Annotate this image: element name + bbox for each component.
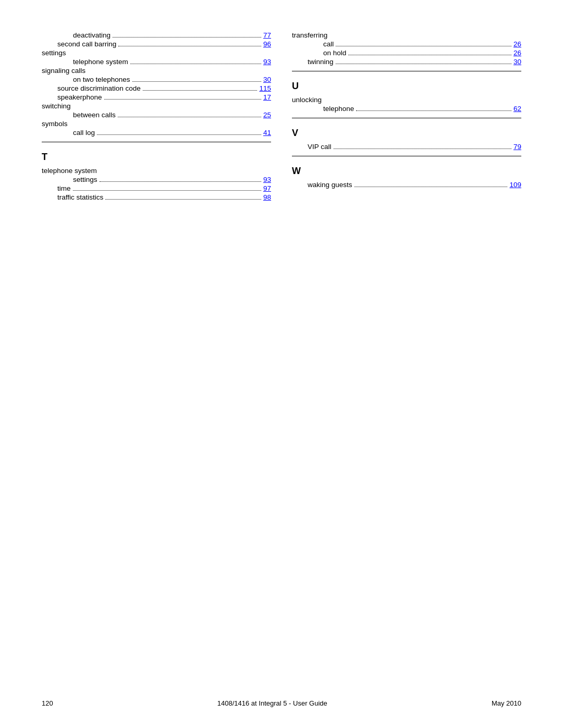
- list-item: speakerphone17: [57, 93, 271, 101]
- entry-label: between calls: [73, 111, 116, 119]
- list-item: telephone system: [42, 167, 271, 175]
- list-item: waking guests109: [308, 181, 521, 189]
- section-header: V: [292, 128, 521, 139]
- footer-title: 1408/1416 at Integral 5 - User Guide: [217, 699, 327, 707]
- entry-label: VIP call: [308, 143, 332, 151]
- footer-page-number: 120: [42, 699, 53, 707]
- list-item: settings93: [73, 176, 271, 183]
- entry-label: source discrimination code: [57, 84, 141, 92]
- entry-label: transferring: [292, 31, 327, 39]
- entry-dots: [354, 187, 508, 187]
- list-item: settings: [42, 49, 271, 57]
- list-item: switching: [42, 102, 271, 110]
- entry-dots: [336, 64, 511, 64]
- entry-dots: [113, 37, 261, 38]
- list-item: VIP call79: [308, 143, 521, 151]
- footer: 120 1408/1416 at Integral 5 - User Guide…: [42, 699, 521, 707]
- entry-label: telephone system: [73, 58, 128, 66]
- list-item: twinning30: [308, 58, 521, 66]
- entry-dots: [334, 149, 511, 149]
- entry-label: call: [323, 40, 334, 48]
- section-divider: [292, 118, 521, 118]
- list-item: unlocking: [292, 96, 521, 104]
- entry-page-link[interactable]: 77: [263, 31, 271, 39]
- entry-label: telephone: [323, 105, 354, 113]
- index-content: deactivating77second call barring96setti…: [42, 31, 521, 202]
- entry-label: deactivating: [73, 31, 111, 39]
- entry-label: speakerphone: [57, 93, 102, 101]
- entry-page-link[interactable]: 93: [263, 176, 271, 183]
- entry-dots: [104, 99, 261, 100]
- entry-label: settings: [73, 176, 97, 183]
- page: deactivating77second call barring96setti…: [0, 0, 563, 728]
- list-item: source discrimination code115: [57, 84, 271, 92]
- left-column: deactivating77second call barring96setti…: [42, 31, 271, 202]
- entry-label: switching: [42, 102, 71, 110]
- section-divider: [42, 142, 271, 142]
- entry-page-link[interactable]: 62: [513, 105, 521, 113]
- entry-dots: [118, 46, 261, 46]
- list-item: transferring: [292, 31, 521, 39]
- list-item: signaling calls: [42, 67, 271, 75]
- entry-label: waking guests: [308, 181, 352, 189]
- right-column: transferringcall26on hold26twinning30Uun…: [292, 31, 521, 202]
- entry-page-link[interactable]: 96: [263, 40, 271, 48]
- entry-dots: [100, 181, 261, 182]
- entry-page-link[interactable]: 97: [263, 184, 271, 192]
- entry-label: symbols: [42, 120, 68, 128]
- entry-page-link[interactable]: 115: [259, 84, 271, 92]
- list-item: time97: [57, 184, 271, 192]
- entry-label: second call barring: [57, 40, 116, 48]
- entry-page-link[interactable]: 41: [263, 129, 271, 137]
- entry-label: on two telephones: [73, 76, 130, 83]
- entry-page-link[interactable]: 93: [263, 58, 271, 66]
- entry-label: time: [57, 184, 71, 192]
- list-item: call26: [323, 40, 521, 48]
- entry-label: on hold: [323, 49, 346, 57]
- footer-date: May 2010: [492, 699, 521, 707]
- entry-dots: [356, 110, 511, 111]
- entry-page-link[interactable]: 25: [263, 111, 271, 119]
- entry-page-link[interactable]: 30: [513, 58, 521, 66]
- section-header: T: [42, 152, 271, 163]
- list-item: call log41: [73, 129, 271, 137]
- list-item: second call barring96: [57, 40, 271, 48]
- list-item: symbols: [42, 120, 271, 128]
- entry-dots: [105, 199, 261, 200]
- section-header: W: [292, 166, 521, 177]
- list-item: deactivating77: [73, 31, 271, 39]
- entry-page-link[interactable]: 26: [513, 49, 521, 57]
- entry-dots: [118, 117, 261, 117]
- entry-dots: [97, 134, 261, 135]
- list-item: on hold26: [323, 49, 521, 57]
- entry-dots: [336, 46, 511, 46]
- entry-dots: [130, 64, 261, 64]
- section-divider: [292, 71, 521, 71]
- section-divider: [292, 156, 521, 156]
- entry-page-link[interactable]: 109: [509, 181, 521, 189]
- entry-dots: [132, 81, 261, 82]
- entry-page-link[interactable]: 26: [513, 40, 521, 48]
- entry-page-link[interactable]: 98: [263, 193, 271, 201]
- entry-page-link[interactable]: 17: [263, 93, 271, 101]
- section-header: U: [292, 81, 521, 92]
- entry-page-link[interactable]: 30: [263, 76, 271, 83]
- entry-label: telephone system: [42, 167, 97, 175]
- entry-label: traffic statistics: [57, 193, 103, 201]
- entry-label: unlocking: [292, 96, 322, 104]
- list-item: on two telephones30: [73, 76, 271, 83]
- entry-label: twinning: [308, 58, 334, 66]
- entry-dots: [143, 90, 258, 91]
- entry-page-link[interactable]: 79: [513, 143, 521, 151]
- list-item: telephone system93: [73, 58, 271, 66]
- list-item: telephone62: [323, 105, 521, 113]
- entry-label: settings: [42, 49, 66, 57]
- list-item: between calls25: [73, 111, 271, 119]
- entry-label: call log: [73, 129, 95, 137]
- entry-dots: [348, 55, 511, 55]
- list-item: traffic statistics98: [57, 193, 271, 201]
- entry-label: signaling calls: [42, 67, 85, 75]
- entry-dots: [73, 190, 261, 191]
